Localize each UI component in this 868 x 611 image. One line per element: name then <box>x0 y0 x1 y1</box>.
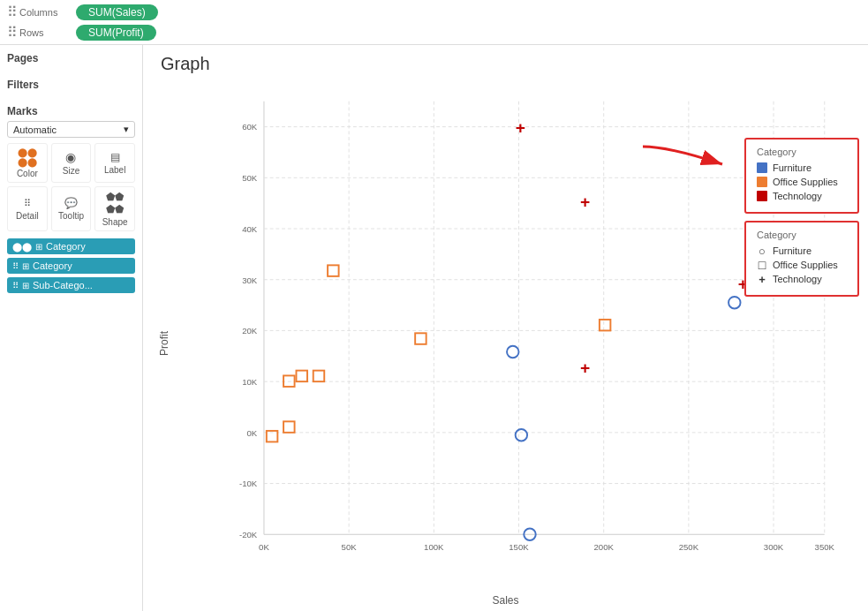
point-furn-2 <box>516 429 527 441</box>
legend-furniture-shape: ○ Furniture <box>757 245 847 256</box>
shape-legend: Category ○ Furniture □ Office Supplies +… <box>744 221 859 297</box>
main-container: Pages Filters Marks Automatic ▾ ⬤⬤⬤⬤ Col… <box>0 45 868 611</box>
marks-grid: ⬤⬤⬤⬤ Color ◉ Size ▤ Label ⠿ Detail 💬 <box>7 143 135 231</box>
color-dot-icon: ⬤⬤ <box>12 242 32 252</box>
point-furn-4 <box>728 297 740 308</box>
columns-text: Columns <box>19 7 57 18</box>
tech-color-swatch <box>757 191 767 201</box>
svg-text:20K: 20K <box>242 326 258 336</box>
x-axis-label: Sales <box>492 594 518 607</box>
detail-label: Detail <box>16 211 39 221</box>
svg-text:50K: 50K <box>342 542 358 552</box>
tooltip-button[interactable]: 💬 Tooltip <box>51 186 92 231</box>
furniture-color-label: Furniture <box>773 162 811 173</box>
rows-pill[interactable]: SUM(Profit) <box>76 25 156 41</box>
point-os-7 <box>283 421 295 433</box>
columns-pill[interactable]: SUM(Sales) <box>76 4 158 20</box>
chart-container: Profit Sales <box>143 74 868 611</box>
svg-text:-10K: -10K <box>239 479 258 488</box>
chart-title: Graph <box>143 45 868 74</box>
marks-section: Marks Automatic ▾ ⬤⬤⬤⬤ Color ◉ Size ▤ La… <box>7 105 135 293</box>
legend-container: Category Furniture Office Supplies Techn… <box>744 138 859 297</box>
top-bar: ⠿ Columns SUM(Sales) ⠿ Rows SUM(Profit) <box>0 0 868 45</box>
svg-text:150K: 150K <box>509 542 529 552</box>
shape-legend-title: Category <box>757 230 847 240</box>
color-legend-title: Category <box>757 147 847 157</box>
tech-shape-label: Technology <box>773 274 822 284</box>
point-tech-3: + <box>580 358 590 377</box>
size-icon: ◉ <box>65 150 76 164</box>
point-os-1 <box>328 265 339 276</box>
rows-label: ⠿ Rows <box>7 24 69 41</box>
filters-title: Filters <box>7 79 135 91</box>
tooltip-icon: 💬 <box>64 197 78 209</box>
rows-dots-icon: ⠿ <box>7 24 16 41</box>
sidebar: Pages Filters Marks Automatic ▾ ⬤⬤⬤⬤ Col… <box>0 45 143 611</box>
svg-text:200K: 200K <box>593 542 614 552</box>
size-label: Size <box>63 166 79 176</box>
point-tech-1: + <box>516 118 525 137</box>
marks-title: Marks <box>7 105 135 117</box>
label-button[interactable]: ▤ Label <box>94 143 135 183</box>
color-button[interactable]: ⬤⬤⬤⬤ Color <box>7 143 48 183</box>
svg-text:0K: 0K <box>259 542 269 552</box>
legend-tech-shape: + Technology <box>757 274 847 284</box>
columns-label: ⠿ Columns <box>7 4 69 20</box>
shape-icon: ⬟⬟⬟⬟ <box>106 191 124 215</box>
detail-category-pill[interactable]: ⠿ ⊞ Category <box>7 258 135 274</box>
size-button[interactable]: ◉ Size <box>51 143 92 183</box>
svg-text:0K: 0K <box>246 428 257 438</box>
marks-dropdown[interactable]: Automatic ▾ <box>7 121 135 138</box>
svg-text:50K: 50K <box>242 173 258 183</box>
furniture-shape-icon: ○ <box>757 245 767 256</box>
shape-label: Shape <box>102 217 128 227</box>
detail-dot-icon: ⠿ <box>12 261 19 271</box>
color-pill-text: Category <box>46 241 130 252</box>
furniture-color-swatch <box>757 162 767 173</box>
mark-pills: ⬤⬤ ⊞ Category ⠿ ⊞ Category ⠿ ⊞ Sub-Categ… <box>7 238 135 293</box>
point-os-6 <box>313 371 325 382</box>
svg-text:10K: 10K <box>242 377 258 387</box>
shape-subcategory-pill[interactable]: ⠿ ⊞ Sub-Catego... <box>7 277 135 293</box>
columns-row: ⠿ Columns SUM(Sales) <box>7 4 861 20</box>
point-os-3 <box>600 320 611 331</box>
os-color-swatch <box>757 177 767 187</box>
rows-row: ⠿ Rows SUM(Profit) <box>7 24 861 41</box>
detail-pill-icon-box: ⊞ <box>22 261 29 271</box>
columns-dots-icon: ⠿ <box>7 4 16 20</box>
detail-button[interactable]: ⠿ Detail <box>7 186 48 231</box>
color-icon: ⬤⬤⬤⬤ <box>18 147 37 167</box>
color-legend: Category Furniture Office Supplies Techn… <box>744 138 859 214</box>
pill-icon-box: ⊞ <box>35 242 42 252</box>
color-category-pill[interactable]: ⬤⬤ ⊞ Category <box>7 238 135 254</box>
filters-section: Filters <box>7 79 135 94</box>
shape-button[interactable]: ⬟⬟⬟⬟ Shape <box>94 186 135 231</box>
pages-section: Pages <box>7 52 135 68</box>
detail-icon: ⠿ <box>24 198 31 209</box>
color-label: Color <box>17 169 38 178</box>
svg-text:40K: 40K <box>242 224 258 234</box>
os-shape-icon: □ <box>757 260 767 270</box>
furniture-shape-label: Furniture <box>773 245 811 256</box>
rows-text: Rows <box>19 27 44 38</box>
detail-pill-text: Category <box>33 260 130 271</box>
point-furn-1 <box>507 346 518 358</box>
point-os-2 <box>415 333 426 344</box>
legend-furniture-color: Furniture <box>757 162 847 173</box>
legend-os-shape: □ Office Supplies <box>757 260 847 270</box>
os-color-label: Office Supplies <box>773 177 838 187</box>
svg-text:350K: 350K <box>815 542 835 552</box>
svg-text:300K: 300K <box>764 542 784 552</box>
y-axis-label: Profit <box>158 331 170 356</box>
shape-dot-icon: ⠿ <box>12 281 19 290</box>
tech-shape-icon: + <box>757 274 767 284</box>
svg-text:250K: 250K <box>679 542 699 552</box>
point-os-5 <box>296 371 307 382</box>
shape-pill-text: Sub-Catego... <box>33 280 130 290</box>
shape-pill-icon-box: ⊞ <box>22 281 29 290</box>
pages-title: Pages <box>7 52 135 64</box>
marks-dropdown-value: Automatic <box>13 124 57 135</box>
svg-text:30K: 30K <box>242 275 258 285</box>
svg-text:60K: 60K <box>242 122 258 132</box>
legend-os-color: Office Supplies <box>757 177 847 187</box>
